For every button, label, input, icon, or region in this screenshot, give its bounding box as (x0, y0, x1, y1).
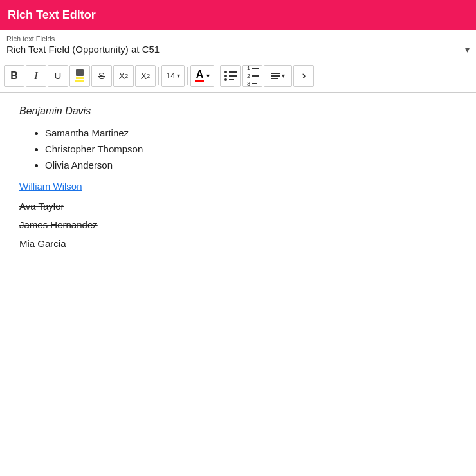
align-button[interactable]: ▾ (264, 65, 292, 87)
ordered-list-icon: 1 2 3 (246, 65, 259, 87)
field-dropdown[interactable]: Rich Text Field (Opportunity) at C51 ▾ (6, 44, 470, 55)
underline-button[interactable]: U (48, 65, 68, 87)
subscript-button[interactable]: X2 (135, 65, 156, 87)
more-options-button[interactable]: › (293, 65, 314, 87)
align-icon (271, 73, 280, 79)
chevron-down-icon: ▾ (465, 44, 470, 55)
font-color-bar (195, 80, 204, 82)
title-bar: Rich Text Editor (0, 0, 476, 30)
list-item: Christopher Thompson (45, 143, 457, 154)
font-color-a-label: A (196, 69, 204, 80)
align-arrow-icon: ▾ (282, 72, 285, 79)
font-size-value: 14 (166, 71, 175, 80)
app-title: Rich Text Editor (8, 8, 96, 22)
strikethrough-text-1: Ava Taylor (19, 201, 457, 212)
list-item: Samantha Martinez (45, 127, 457, 138)
font-color-arrow-icon: ▾ (206, 72, 210, 79)
toolbar-separator-2 (187, 67, 188, 85)
field-selector[interactable]: Rich text Fields Rich Text Field (Opport… (0, 30, 476, 59)
bold-button[interactable]: B (4, 65, 24, 87)
highlight-icon (75, 69, 84, 82)
unordered-list-button[interactable] (220, 65, 241, 87)
field-selector-label: Rich text Fields (6, 35, 470, 42)
list-item: Olivia Anderson (45, 160, 457, 170)
font-size-arrow-icon: ▾ (177, 72, 180, 79)
bullet-list: Samantha Martinez Christopher Thompson O… (45, 127, 457, 170)
editor-content-area[interactable]: Benjamin Davis Samantha Martinez Christo… (0, 93, 476, 466)
font-size-button[interactable]: 14 ▾ (161, 65, 185, 87)
highlight-button[interactable] (69, 65, 90, 87)
svg-rect-0 (76, 69, 84, 76)
strikethrough-text-2: James Hernandez (19, 219, 457, 230)
italic-button[interactable]: I (26, 65, 46, 87)
unordered-list-icon (224, 71, 237, 81)
svg-rect-1 (76, 77, 84, 79)
strikethrough-button[interactable]: S (91, 65, 112, 87)
toolbar-separator-3 (217, 67, 217, 85)
editor-toolbar: B I U S X2 X2 14 ▾ A (0, 59, 476, 93)
field-dropdown-value: Rich Text Field (Opportunity) at C51 (6, 44, 160, 55)
ordered-list-button[interactable]: 1 2 3 (242, 65, 262, 87)
hyperlink-text[interactable]: William Wilson (19, 181, 457, 192)
normal-text: Mia Garcia (19, 238, 457, 249)
superscript-button[interactable]: X2 (113, 65, 134, 87)
toolbar-separator-1 (158, 67, 159, 85)
font-color-button[interactable]: A ▾ (190, 65, 214, 87)
more-options-icon: › (302, 69, 306, 82)
italic-paragraph: Benjamin Davis (19, 105, 457, 117)
